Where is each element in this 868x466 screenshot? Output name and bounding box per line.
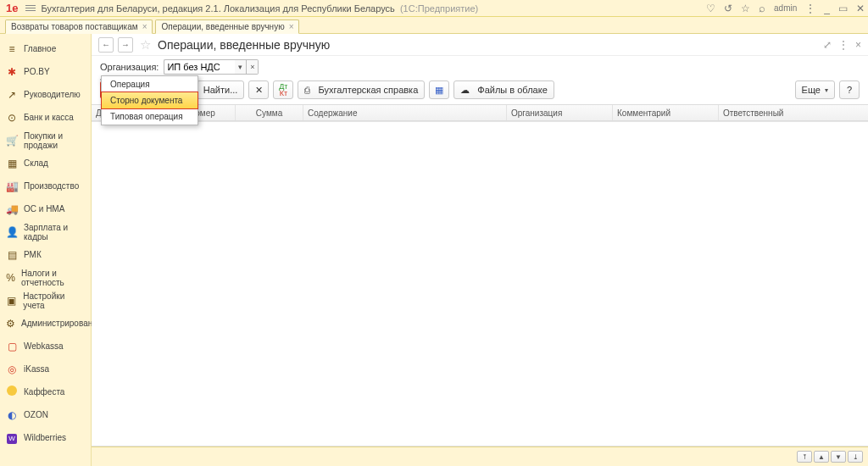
spark-icon: ✱ <box>6 66 18 78</box>
find-button[interactable]: Найти... <box>197 80 245 99</box>
th-comment[interactable]: Комментарий <box>613 105 719 120</box>
sidebar-item-tax[interactable]: %Налоги и отчетность <box>0 266 91 289</box>
hamburger-icon[interactable] <box>20 5 41 11</box>
sidebar-item-label: Производство <box>24 181 79 191</box>
tabs-bar: Возвраты товаров поставщикам × Операции,… <box>0 17 868 34</box>
sidebar-item-label: Склад <box>24 158 48 168</box>
more-button[interactable]: Еще ▾ <box>795 80 835 99</box>
sidebar-item-kaffesta[interactable]: Каффеста <box>0 380 91 403</box>
sidebar-item-label: РМК <box>24 250 42 259</box>
sidebar-item-wildberries[interactable]: WWildberries <box>0 426 91 449</box>
org-clear-button[interactable]: × <box>247 59 259 75</box>
close-page-icon[interactable]: × <box>855 39 861 51</box>
dropdown-item-typical[interactable]: Типовая операция <box>102 108 198 125</box>
dropdown-item-label: Сторно документа <box>110 96 182 105</box>
sidebar-item-warehouse[interactable]: ▦Склад <box>0 152 91 175</box>
scroll-up-button[interactable]: ▲ <box>814 451 829 463</box>
th-content[interactable]: Содержание <box>303 105 507 120</box>
scroll-down-button[interactable]: ▼ <box>831 451 846 463</box>
sidebar-item-label: iKassa <box>24 364 49 374</box>
cart-icon: 🛒 <box>6 135 18 147</box>
tab-operations[interactable]: Операции, введенные вручную × <box>155 19 299 34</box>
sidebar-item-bank[interactable]: ⊙Банк и касса <box>0 106 91 129</box>
sidebar-item-label: Налоги и отчетность <box>21 269 85 287</box>
chart-icon: ↗ <box>6 89 18 101</box>
tab-close-icon[interactable]: × <box>142 22 147 31</box>
grid-icon: ▦ <box>6 158 18 169</box>
app-title: Бухгалтерия для Беларуси, редакция 2.1. … <box>41 3 397 14</box>
scroll-top-button[interactable]: ⤒ <box>797 451 812 463</box>
sidebar-item-ozon[interactable]: ◐OZON <box>0 403 91 426</box>
help-button[interactable]: ? <box>839 80 860 99</box>
accounting-ref-button[interactable]: ⎙ Бухгалтерская справка <box>298 80 425 99</box>
sidebar-item-admin[interactable]: ⚙Администрирование <box>0 312 91 335</box>
attach-icon: ▦ <box>435 85 443 96</box>
history-icon[interactable]: ↺ <box>724 3 732 14</box>
dot-icon <box>6 386 18 398</box>
sidebar-item-label: OZON <box>24 410 48 419</box>
files-cloud-button[interactable]: ☁ Файлы в облаке <box>453 80 554 99</box>
scroll-footer: ⤒ ▲ ▼ ⤓ <box>92 447 868 466</box>
maximize-icon[interactable]: ▭ <box>838 3 848 14</box>
cancel-find-button[interactable]: ✕ <box>248 80 269 99</box>
truck-icon: 🚚 <box>6 203 18 215</box>
dtkt-button[interactable]: ДтКт <box>273 80 293 99</box>
org-dropdown-button[interactable]: ▾ <box>235 59 247 75</box>
dtkt-icon: ДтКт <box>279 83 287 97</box>
home-icon: ≡ <box>6 43 18 55</box>
sidebar-item-manager[interactable]: ↗Руководителю <box>0 83 91 106</box>
sidebar-item-ikassa[interactable]: ◎iKassa <box>0 358 91 380</box>
th-org[interactable]: Организация <box>507 105 613 120</box>
th-sum[interactable]: Сумма <box>236 105 303 120</box>
factory-icon: 🏭 <box>6 180 18 192</box>
close-icon[interactable]: ✕ <box>856 3 865 14</box>
sidebar-item-rmk[interactable]: ▤РМК <box>0 243 91 266</box>
sidebar-item-webkassa[interactable]: ▢Webkassa <box>0 335 91 358</box>
book-icon: ▣ <box>6 295 17 307</box>
link-icon[interactable]: ⤢ <box>823 39 832 51</box>
org-input[interactable] <box>164 59 235 75</box>
wildberries-icon: W <box>6 431 18 444</box>
sidebar-item-poby[interactable]: ✱PO.BY <box>0 60 91 83</box>
sidebar-item-label: Wildberries <box>24 433 66 442</box>
app-logo: 1e <box>3 2 20 14</box>
forward-button[interactable]: → <box>118 37 133 53</box>
tab-close-icon[interactable]: × <box>289 22 294 31</box>
sidebar-item-main[interactable]: ≡Главное <box>0 37 91 60</box>
sidebar: ≡Главное ✱PO.BY ↗Руководителю ⊙Банк и ка… <box>0 34 92 466</box>
sidebar-item-settings[interactable]: ▣Настройки учета <box>0 289 91 312</box>
tab-returns[interactable]: Возвраты товаров поставщикам × <box>5 19 153 34</box>
user-label[interactable]: admin <box>774 3 797 13</box>
scroll-bottom-button[interactable]: ⤓ <box>848 451 863 463</box>
sidebar-item-sales[interactable]: 🛒Покупки и продажи <box>0 129 91 152</box>
th-label: Организация <box>511 108 562 118</box>
gear-icon: ⚙ <box>6 318 15 330</box>
sidebar-item-assets[interactable]: 🚚ОС и НМА <box>0 197 91 220</box>
sidebar-item-production[interactable]: 🏭Производство <box>0 175 91 197</box>
dropdown-item-label: Операция <box>110 80 150 89</box>
sidebar-item-label: Каффеста <box>24 387 64 397</box>
sidebar-item-label: Руководителю <box>24 90 81 99</box>
app-suffix: (1С:Предприятие) <box>400 3 478 14</box>
th-label: Сумма <box>256 108 282 118</box>
settings-icon[interactable]: ⋮ <box>805 3 815 14</box>
help-label: ? <box>847 85 852 95</box>
sidebar-item-salary[interactable]: 👤Зарплата и кадры <box>0 220 91 243</box>
minimize-icon[interactable]: _ <box>824 3 830 14</box>
search-icon[interactable]: ⌕ <box>759 2 765 14</box>
th-responsible[interactable]: Ответственный <box>719 105 868 120</box>
more-icon[interactable]: ⋮ <box>838 39 849 51</box>
wallet-icon: ⊙ <box>6 112 18 124</box>
dropdown-item-operation[interactable]: Операция <box>102 76 198 92</box>
star-icon[interactable]: ☆ <box>741 3 750 14</box>
dropdown-item-storno[interactable]: Сторно документа <box>101 92 198 109</box>
person-icon: 👤 <box>6 226 18 238</box>
favorite-icon[interactable]: ☆ <box>140 37 151 53</box>
create-dropdown-menu[interactable]: Операция Сторно документа Типовая операц… <box>101 75 198 125</box>
sidebar-item-label: Зарплата и кадры <box>24 223 85 241</box>
bell-icon[interactable]: ♡ <box>706 3 715 14</box>
back-button[interactable]: ← <box>98 37 114 53</box>
tab-label: Операции, введенные вручную <box>161 22 284 31</box>
attach-button[interactable]: ▦ <box>429 80 449 99</box>
sidebar-item-label: Главное <box>24 44 56 53</box>
